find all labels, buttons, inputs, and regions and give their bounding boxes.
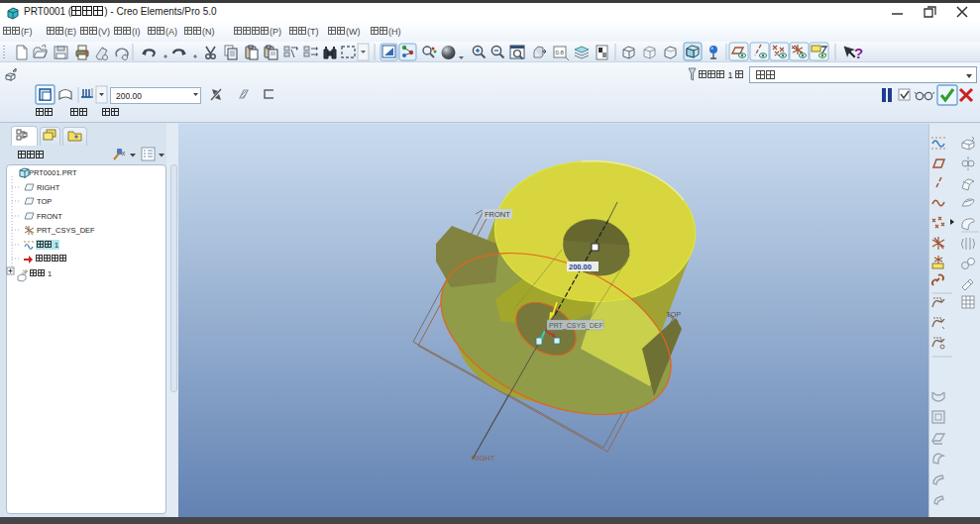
svg-text:?: ? — [854, 45, 863, 61]
svg-text:*: * — [26, 269, 29, 275]
svg-text:0.8: 0.8 — [556, 50, 565, 55]
